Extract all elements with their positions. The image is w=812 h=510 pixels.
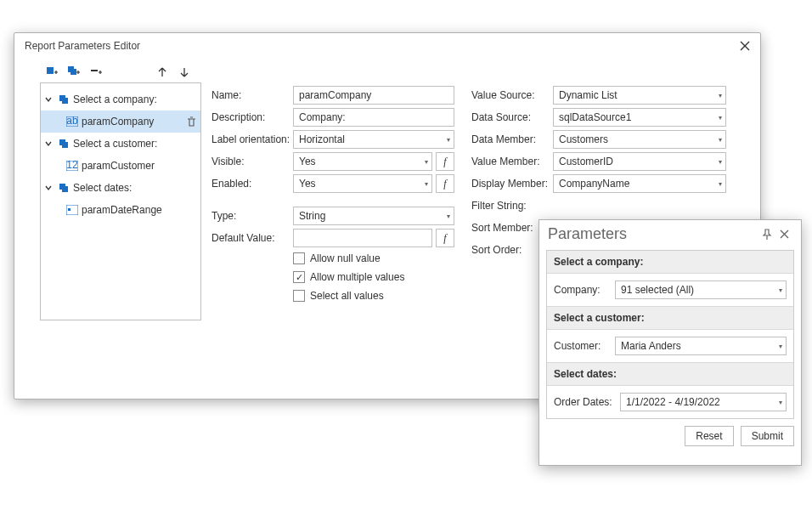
filter-string-label: Filter String: (471, 200, 553, 212)
data-member-label: Data Member: (471, 133, 553, 145)
enabled-dropdown[interactable]: Yes▾ (293, 174, 432, 193)
tree-item-paramcompany[interactable]: ab paramCompany (41, 110, 200, 133)
svg-text:ab: ab (66, 116, 78, 127)
chevron-down-icon: ▾ (779, 399, 782, 406)
orientation-label: Label orientation: (211, 133, 293, 145)
svg-text:12: 12 (66, 161, 78, 171)
string-param-icon: ab (66, 116, 78, 128)
data-source-label: Data Source: (471, 111, 553, 123)
parameters-panel: Parameters Select a company: Company: 91… (539, 219, 802, 466)
submit-button[interactable]: Submit (741, 426, 794, 446)
delete-icon[interactable] (185, 116, 197, 128)
chevron-down-icon (44, 184, 54, 192)
tree-group-dates[interactable]: Select dates: (41, 177, 200, 199)
default-value-input[interactable] (293, 229, 432, 247)
window-title: Report Parameters Editor (25, 40, 140, 52)
parameter-tree: Select a company: ab paramCompany Select… (40, 82, 201, 320)
default-value-label: Default Value: (211, 232, 293, 244)
description-input[interactable] (293, 108, 454, 127)
chevron-down-icon: ▾ (425, 180, 428, 188)
tree-item-label: paramCompany (82, 116, 182, 128)
allow-null-checkbox[interactable] (293, 252, 305, 264)
svg-rect-0 (47, 67, 54, 74)
order-dates-dropdown[interactable]: 1/1/2022 - 4/19/2022▾ (620, 393, 787, 411)
add-parameter-icon[interactable] (45, 65, 59, 79)
enabled-label: Enabled: (211, 178, 293, 190)
type-label: Type: (211, 210, 293, 222)
tree-group-company[interactable]: Select a company: (41, 88, 200, 110)
company-dropdown[interactable]: 91 selected (All)▾ (615, 280, 787, 299)
chevron-down-icon: ▾ (719, 136, 722, 144)
panel-footer: Reset Submit (539, 426, 801, 453)
expression-button[interactable]: f (436, 229, 454, 247)
svg-rect-2 (70, 69, 76, 75)
tree-group-label: Select dates: (73, 182, 197, 194)
allow-multiple-checkbox[interactable] (293, 271, 305, 283)
name-label: Name: (211, 89, 293, 101)
close-icon[interactable] (775, 226, 792, 243)
select-all-checkbox[interactable] (293, 290, 305, 302)
panel-body: Select a company: Company: 91 selected (… (546, 250, 794, 419)
chevron-down-icon: ▾ (447, 212, 450, 220)
value-member-dropdown[interactable]: CustomerID▾ (553, 152, 726, 171)
data-source-dropdown[interactable]: sqlDataSource1▾ (553, 108, 726, 127)
tree-item-paramcustomer[interactable]: 12 paramCustomer (41, 155, 200, 177)
type-dropdown[interactable]: String▾ (293, 207, 454, 225)
move-up-icon[interactable] (155, 65, 169, 79)
display-member-dropdown[interactable]: CompanyName▾ (553, 174, 726, 193)
group-row-dates: Order Dates: 1/1/2022 - 4/19/2022▾ (547, 386, 793, 418)
panel-title-bar: Parameters (539, 220, 801, 248)
group-icon (58, 182, 70, 194)
svg-rect-14 (68, 208, 70, 211)
group-header-company: Select a company: (547, 251, 793, 274)
add-separator-icon[interactable] (89, 65, 103, 79)
form-left-column: Name: Description: Label orientation:Hor… (211, 84, 454, 320)
tree-group-label: Select a customer: (73, 138, 197, 150)
chevron-down-icon: ▾ (719, 158, 722, 166)
add-group-icon[interactable] (67, 65, 81, 79)
chevron-down-icon (44, 95, 54, 104)
company-label: Company: (554, 284, 610, 296)
tree-item-label: paramCustomer (82, 160, 197, 172)
visible-dropdown[interactable]: Yes▾ (293, 152, 432, 171)
data-member-dropdown[interactable]: Customers▾ (553, 130, 726, 149)
group-row-company: Company: 91 selected (All)▾ (547, 274, 793, 306)
group-row-customer: Customer: Maria Anders▾ (547, 330, 793, 362)
value-source-dropdown[interactable]: Dynamic List▾ (553, 86, 726, 105)
toolbar (14, 62, 201, 82)
value-member-label: Value Member: (471, 156, 553, 167)
svg-rect-4 (62, 98, 68, 104)
chevron-down-icon (44, 139, 54, 148)
chevron-down-icon: ▾ (779, 343, 782, 350)
panel-title: Parameters (548, 225, 758, 243)
tree-group-customer[interactable]: Select a customer: (41, 133, 200, 155)
date-param-icon (66, 204, 78, 216)
expression-button[interactable]: f (436, 174, 454, 193)
orientation-dropdown[interactable]: Horizontal▾ (293, 130, 454, 149)
expression-button[interactable]: f (436, 152, 454, 171)
group-header-dates: Select dates: (547, 362, 793, 386)
move-down-icon[interactable] (178, 65, 191, 79)
allow-null-label: Allow null value (310, 252, 381, 264)
visible-label: Visible: (211, 156, 293, 167)
customer-dropdown[interactable]: Maria Anders▾ (615, 337, 787, 355)
name-input[interactable] (293, 86, 454, 105)
number-param-icon: 12 (66, 160, 78, 172)
chevron-down-icon: ▾ (425, 158, 428, 166)
chevron-down-icon: ▾ (447, 136, 450, 144)
close-icon[interactable] (740, 41, 750, 51)
tree-item-paramdaterange[interactable]: paramDateRange (41, 199, 200, 221)
group-icon (58, 94, 70, 105)
description-label: Description: (211, 111, 293, 123)
tree-item-label: paramDateRange (82, 204, 197, 216)
reset-button[interactable]: Reset (685, 426, 733, 446)
order-dates-label: Order Dates: (554, 396, 615, 408)
chevron-down-icon: ▾ (719, 114, 722, 122)
chevron-down-icon: ▾ (719, 92, 722, 99)
chevron-down-icon: ▾ (779, 286, 782, 294)
svg-rect-12 (62, 186, 68, 192)
pin-icon[interactable] (758, 226, 775, 243)
title-bar: Report Parameters Editor (14, 33, 760, 59)
display-member-label: Display Member: (471, 178, 553, 190)
select-all-label: Select all values (310, 290, 384, 302)
